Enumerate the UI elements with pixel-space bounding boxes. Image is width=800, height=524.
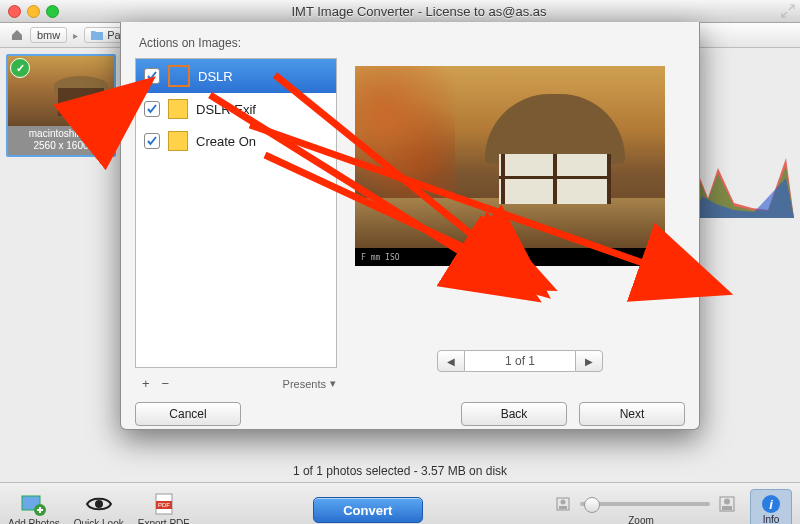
action-item-create-on[interactable]: Create On [136,125,336,157]
chevron-down-icon: ▾ [330,377,336,390]
tool-label: Add Photos [8,518,60,525]
checkbox[interactable] [144,101,160,117]
pager-prev-button[interactable]: ◀ [437,350,465,372]
orange-box-icon [168,65,190,87]
cancel-button[interactable]: Cancel [135,402,241,426]
folder-icon [91,30,103,40]
pager-next-button[interactable]: ▶ [575,350,603,372]
exif-tag-icon [168,131,188,151]
breadcrumb-label: bmw [37,29,60,41]
breadcrumb-item[interactable]: bmw [30,27,67,43]
actions-list: DSLR DSLR Exif Create On + − Presents [135,58,337,368]
tool-label: Info [763,514,780,524]
action-label: DSLR [198,69,233,84]
thumbnail[interactable]: ✓ macintoshim... 2560 x 1600 [6,54,116,157]
pager-info: 1 of 1 [465,350,575,372]
add-action-button[interactable]: + [136,376,156,391]
slider-knob[interactable] [584,497,600,513]
chevron-right-icon: ▸ [73,30,78,41]
action-label: DSLR Exif [196,102,256,117]
export-pdf-button[interactable]: PDF Export PDF [138,492,190,525]
pdf-icon: PDF [150,492,178,516]
info-button[interactable]: i Info [750,489,792,524]
preview-bar-left: F mm ISO [361,253,400,262]
svg-point-15 [561,499,566,504]
checkbox[interactable] [144,133,160,149]
zoom-large-icon [718,495,736,513]
add-photos-icon [20,492,48,516]
thumbnail-caption: macintoshim... 2560 x 1600 [8,126,114,155]
fullscreen-corner-icon[interactable] [779,2,797,20]
close-window-button[interactable] [8,5,21,18]
selected-checkmark-icon: ✓ [10,58,30,78]
presents-menu[interactable]: Presents ▾ [283,377,336,390]
action-item-dslr[interactable]: DSLR [136,59,336,93]
pager: ◀ 1 of 1 ▶ [437,350,603,372]
exif-tag-icon [168,99,188,119]
tool-label: Export PDF [138,518,190,525]
thumbnail-dims: 2560 x 1600 [8,140,114,152]
svg-text:PDF: PDF [158,502,170,508]
tool-label: Zoom [628,515,654,525]
convert-button[interactable]: Convert [313,497,423,523]
zoom-window-button[interactable] [46,5,59,18]
info-icon: i [762,495,780,513]
svg-point-18 [724,498,730,504]
svg-point-10 [95,500,103,508]
action-item-dslr-exif[interactable]: DSLR Exif [136,93,336,125]
titlebar: IMT Image Converter - License to as@as.a… [0,0,800,23]
status-bar: 1 of 1 photos selected - 3.57 MB on disk [0,458,800,482]
next-button[interactable]: Next [579,402,685,426]
minimize-window-button[interactable] [27,5,40,18]
checkbox[interactable] [144,68,160,84]
zoom-control: Zoom [546,495,736,525]
zoom-small-icon [554,495,572,513]
preview-image: F mm ISO [355,66,665,266]
sheet-header: Actions on Images: [139,36,685,50]
actions-sheet: Actions on Images: DSLR DSLR Exif Creat [120,22,700,430]
home-icon[interactable] [10,28,24,42]
thumbnail-panel: ✓ macintoshim... 2560 x 1600 [0,48,120,458]
bottom-toolbar: Add Photos Quick Look PDF Export PDF Con… [0,482,800,524]
histogram [694,148,794,218]
tool-label: Quick Look [74,518,124,525]
traffic-lights [8,5,59,18]
action-label: Create On [196,134,256,149]
eye-icon [85,492,113,516]
svg-rect-19 [722,506,732,510]
add-photos-button[interactable]: Add Photos [8,492,60,525]
back-button[interactable]: Back [461,402,567,426]
remove-action-button[interactable]: − [156,376,176,391]
presents-label: Presents [283,378,326,390]
window-title: IMT Image Converter - License to as@as.a… [59,4,779,19]
zoom-slider[interactable] [580,502,710,506]
svg-rect-16 [559,506,567,509]
convert-button-wrap: Convert [313,497,423,523]
quick-look-button[interactable]: Quick Look [74,492,124,525]
preview-panel: F mm ISO ◀ 1 of 1 ▶ [355,58,685,368]
thumbnail-filename: macintoshim... [8,128,114,140]
